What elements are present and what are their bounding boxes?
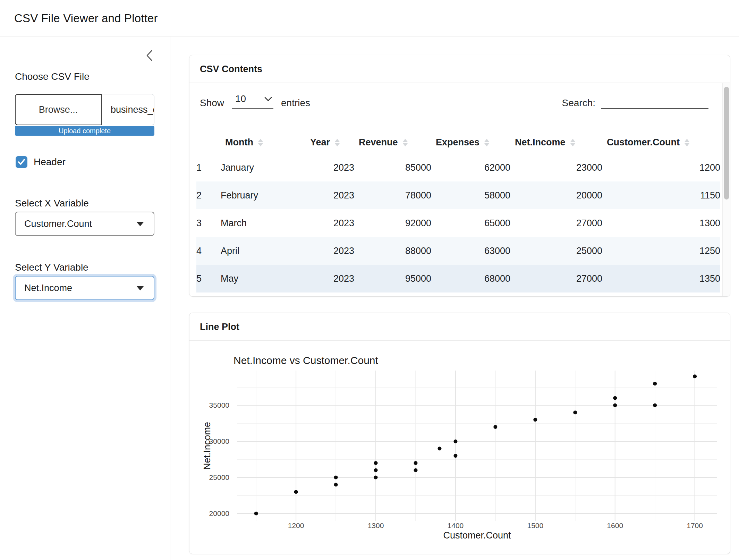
data-point (493, 425, 497, 429)
data-point (613, 396, 617, 400)
page-length-select[interactable]: 10 (232, 93, 273, 109)
table-cell: April (221, 237, 306, 265)
column-header-Year[interactable]: Year (306, 131, 354, 154)
table-cell: 95000 (354, 265, 431, 292)
search-input[interactable] (601, 94, 708, 109)
plot-card-title: Line Plot (189, 313, 730, 341)
data-point (374, 475, 378, 479)
table-cell: 5 (196, 265, 221, 292)
table-scrollbar-track[interactable] (722, 83, 730, 296)
sort-icon (403, 139, 408, 146)
data-point (533, 418, 537, 422)
x-tick-label: 1700 (687, 521, 703, 529)
csv-card-body: Show 10 entries Search: MonthYearRevenue… (189, 83, 730, 296)
x-tick-label: 1500 (527, 521, 543, 529)
column-header-Customer.Count[interactable]: Customer.Count (602, 131, 720, 154)
y-variable-select[interactable]: Net.Income (15, 276, 154, 300)
column-label: Revenue (359, 137, 398, 148)
table-cell: 58000 (431, 181, 510, 209)
page-length-control: Show 10 entries (200, 93, 310, 109)
show-label: Show (200, 97, 224, 109)
chevron-down-icon (264, 97, 272, 101)
check-icon (18, 159, 25, 166)
column-header-index (196, 131, 221, 154)
sort-icon (484, 139, 489, 146)
table-row[interactable]: 2February20237800058000200001150 (196, 181, 720, 209)
table-cell: May (221, 265, 306, 292)
chart-title: Net.Income vs Customer.Count (233, 355, 379, 366)
column-header-Net.Income[interactable]: Net.Income (510, 131, 602, 154)
table-scrollbar-thumb[interactable] (724, 87, 729, 200)
x-variable-select[interactable]: Customer.Count (15, 212, 154, 236)
table-cell: 85000 (354, 154, 431, 181)
data-point (254, 511, 258, 515)
column-label: Year (310, 137, 330, 148)
sidebar: Choose CSV File Browse... business_data.… (0, 36, 170, 560)
data-point (438, 447, 441, 450)
column-header-Expenses[interactable]: Expenses (431, 131, 510, 154)
table-cell: March (221, 209, 306, 237)
table-cell: February (221, 181, 306, 209)
header-checkbox[interactable] (16, 156, 27, 168)
header-checkbox-row: Header (16, 156, 66, 168)
app-root: CSV File Viewer and Plotter Choose CSV F… (0, 0, 739, 560)
table-row[interactable]: 1January20238500062000230001200 (196, 154, 720, 181)
entries-label: entries (281, 97, 310, 109)
data-point (334, 483, 338, 486)
table-header-row: MonthYearRevenueExpensesNet.IncomeCustom… (196, 131, 720, 154)
x-variable-value: Customer.Count (24, 219, 92, 229)
table-cell: 2023 (306, 237, 354, 265)
data-point (374, 468, 378, 472)
table-row[interactable]: 5May20239500068000270001350 (196, 265, 720, 292)
plot-card-body: 1200130014001500160017002000025000300003… (189, 341, 730, 554)
line-plot-card: Line Plot 120013001400150016001700200002… (189, 313, 730, 554)
datatable-controls: Show 10 entries Search: (200, 93, 708, 109)
upload-progress: Upload complete (15, 126, 154, 136)
upload-progress-bar: Upload complete (15, 126, 154, 136)
sort-icon (258, 139, 263, 146)
column-header-Month[interactable]: Month (221, 131, 306, 154)
table-cell: 25000 (510, 237, 602, 265)
x-tick-label: 1600 (607, 521, 623, 529)
sort-icon (570, 139, 575, 146)
table-cell: 92000 (354, 209, 431, 237)
table-cell: 62000 (431, 154, 510, 181)
data-point (613, 404, 617, 407)
table-cell: 1250 (602, 237, 720, 265)
csv-contents-card: CSV Contents Show 10 entries Search: (189, 55, 730, 297)
file-input-label: Choose CSV File (15, 71, 90, 82)
table-cell: January (221, 154, 306, 181)
sidebar-collapse-button[interactable] (145, 50, 154, 61)
x-tick-label: 1400 (448, 521, 464, 529)
y-tick-label: 35000 (209, 401, 229, 409)
table-row[interactable]: 4April20238800063000250001250 (196, 237, 720, 265)
x-variable-label: Select X Variable (15, 198, 89, 209)
table-cell: 4 (196, 237, 221, 265)
caret-down-icon (136, 222, 144, 226)
table-row[interactable]: 3March20239200065000270001300 (196, 209, 720, 237)
chevron-left-icon (145, 50, 154, 61)
table-cell: 1300 (602, 209, 720, 237)
data-point (294, 490, 298, 494)
caret-down-icon (136, 286, 144, 290)
csv-table: MonthYearRevenueExpensesNet.IncomeCustom… (196, 131, 720, 292)
table-cell: 1 (196, 154, 221, 181)
data-point (414, 468, 417, 472)
app-header: CSV File Viewer and Plotter (0, 0, 739, 36)
csv-card-title: CSV Contents (189, 55, 730, 83)
data-point (653, 404, 657, 407)
file-name-field[interactable]: business_data.csv (102, 94, 154, 125)
y-variable-value: Net.Income (24, 283, 72, 294)
browse-button[interactable]: Browse... (15, 94, 102, 125)
column-header-Revenue[interactable]: Revenue (354, 131, 431, 154)
data-point (334, 475, 338, 479)
header-checkbox-label: Header (34, 156, 66, 168)
y-axis-title: Net.Income (202, 422, 212, 470)
column-label: Expenses (436, 137, 479, 148)
column-label: Month (225, 137, 253, 148)
table-cell: 1200 (602, 154, 720, 181)
column-label: Net.Income (515, 137, 566, 148)
table-cell: 63000 (431, 237, 510, 265)
y-tick-label: 25000 (209, 473, 229, 481)
table-cell: 1350 (602, 265, 720, 292)
